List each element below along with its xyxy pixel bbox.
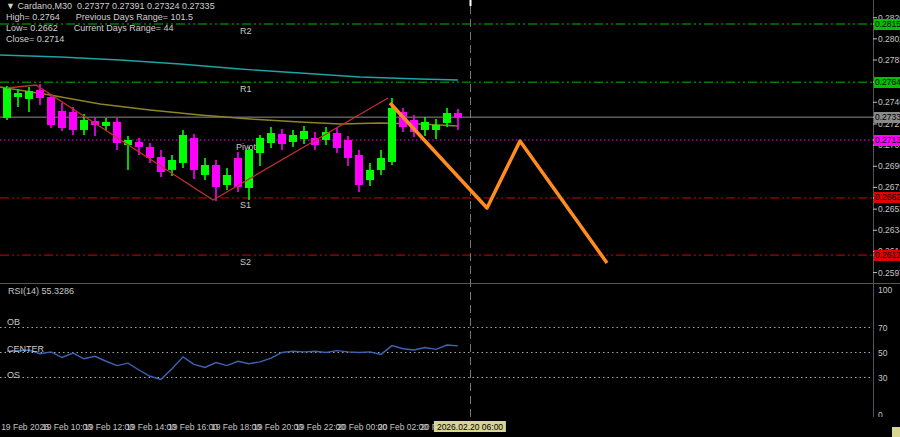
candle-body xyxy=(355,155,363,185)
price-tick-label: 0.27465 xyxy=(878,97,900,107)
candle-body xyxy=(223,175,231,185)
candle-body xyxy=(278,134,286,144)
price-tick-label: 0.26720 xyxy=(878,182,900,192)
price-badge: 0.27335 xyxy=(874,112,900,123)
price-tick-label: 0.26530 xyxy=(878,204,900,214)
level-label-s2: S2 xyxy=(240,257,251,267)
candle-body xyxy=(443,113,451,123)
candle-body xyxy=(168,160,176,170)
ohlc-values: 0.27377 0.27391 0.27324 0.27335 xyxy=(77,1,215,11)
symbol-period-label: Cardano,M30 xyxy=(17,1,72,11)
price-badge: 0.27135 xyxy=(874,135,900,146)
price-badge: 0.27641 xyxy=(874,77,900,88)
price-tick-label: 0.26345 xyxy=(878,225,900,235)
candle-body xyxy=(102,122,110,126)
candle-body xyxy=(25,91,33,99)
candle-body xyxy=(69,112,77,130)
candle-body xyxy=(454,113,462,118)
symbol-collapse-icon[interactable]: ▼ xyxy=(6,1,15,11)
level-label-r1: R1 xyxy=(240,84,252,94)
price-chart-canvas[interactable] xyxy=(0,0,900,437)
time-axis[interactable]: 19 Feb 202619 Feb 10:0019 Feb 12:0019 Fe… xyxy=(0,417,900,437)
candle-body xyxy=(146,147,154,158)
rsi-os-label: OS xyxy=(7,370,20,380)
mt4-chart-window: ▼ Cardano,M30 0.27377 0.27391 0.27324 0.… xyxy=(0,0,900,437)
candle-body xyxy=(14,93,22,97)
level-label-r2: R2 xyxy=(240,26,252,36)
crosshair-top-tick xyxy=(470,0,472,6)
candle-body xyxy=(80,120,88,130)
quote-line-low: Low= 0.2662Current Days Range= 44 xyxy=(6,23,174,33)
candle-body xyxy=(234,158,242,187)
rsi-scale-label: 50 xyxy=(878,348,887,358)
candle-body xyxy=(256,138,264,153)
candle-body xyxy=(377,158,385,170)
price-tick-label: 0.27835 xyxy=(878,55,900,65)
price-badge: 0.26128 xyxy=(874,250,900,261)
candle-body xyxy=(344,140,352,158)
candle-body xyxy=(201,165,209,175)
rsi-center-label: CENTER xyxy=(7,344,44,354)
quote-line-ohlc: ▼ Cardano,M30 0.27377 0.27391 0.27324 0.… xyxy=(6,1,215,11)
rsi-scale-label: 70 xyxy=(878,323,887,333)
level-label-pivot: Pivot xyxy=(236,142,256,152)
rsi-scale-label: 30 xyxy=(878,373,887,383)
candle-body xyxy=(333,133,341,148)
candle-body xyxy=(432,125,440,130)
candle-body xyxy=(300,131,308,139)
rsi-indicator-label: RSI(14) 55.3286 xyxy=(8,286,74,296)
price-tick-label: 0.28020 xyxy=(878,34,900,44)
curr-days-range-label: Current Days Range= 44 xyxy=(74,23,174,33)
cursor-time-badge: 2026.02.20 06:00 xyxy=(434,421,506,432)
candle-body xyxy=(289,135,297,142)
candle-body xyxy=(245,150,253,188)
quote-line-high: High= 0.2764Previous Days Range= 101.5 xyxy=(6,12,193,22)
candle-body xyxy=(388,108,396,162)
rsi-line xyxy=(7,345,458,379)
candle-body xyxy=(3,88,11,118)
candle-body xyxy=(366,170,374,180)
candle-body xyxy=(190,138,198,170)
price-axis[interactable]: 0.282050.280200.278350.274650.272750.270… xyxy=(873,0,900,437)
candle-body xyxy=(36,90,44,98)
price-badge: 0.26628 xyxy=(874,192,900,203)
candle-body xyxy=(267,133,275,143)
candle-body xyxy=(421,122,429,130)
ma-cyan-line xyxy=(0,55,458,80)
level-label-s1: S1 xyxy=(240,200,251,210)
candle-body xyxy=(47,97,55,125)
candle-body xyxy=(179,135,187,163)
rsi-ob-label: OB xyxy=(7,317,20,327)
prev-days-range-label: Previous Days Range= 101.5 xyxy=(76,12,193,22)
candle-body xyxy=(135,142,143,147)
candle-body xyxy=(212,165,220,187)
candle-body xyxy=(58,111,66,128)
quote-line-close: Close= 0.2714 xyxy=(6,34,64,44)
price-badge: 0.28150 xyxy=(874,19,900,30)
corner-marker xyxy=(892,427,900,437)
price-tick-label: 0.25975 xyxy=(878,268,900,278)
price-tick-label: 0.26905 xyxy=(878,161,900,171)
rsi-scale-label: 100 xyxy=(878,285,892,295)
